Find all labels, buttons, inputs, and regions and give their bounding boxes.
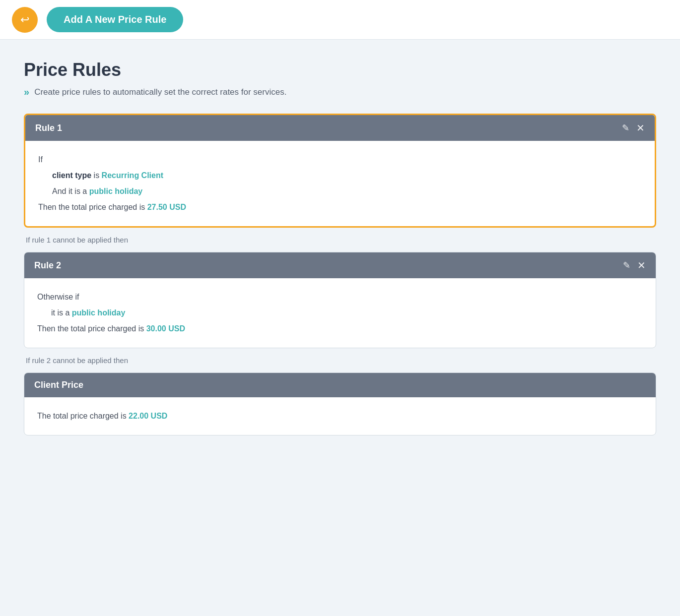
rule-2-then-value: 30.00 USD bbox=[146, 324, 185, 333]
rule-2-cond1-prefix: it is a bbox=[51, 308, 72, 317]
rule-1-body: If client type is Recurring Client And i… bbox=[25, 141, 655, 226]
rule-1-condition-2: And it is a public holiday bbox=[38, 184, 642, 199]
rule-1-cond2-value: public holiday bbox=[89, 187, 143, 195]
add-rule-button[interactable]: Add A New Price Rule bbox=[47, 7, 183, 32]
description-row: » Create price rules to automatically se… bbox=[24, 86, 656, 98]
rule-2-title: Rule 2 bbox=[34, 260, 61, 271]
rule-1-then-text: Then the total price charged is bbox=[38, 203, 147, 211]
rule-1-if-label: If bbox=[38, 152, 642, 168]
header-bar: ↩ Add A New Price Rule bbox=[0, 0, 680, 40]
client-price-body-value: 22.00 USD bbox=[129, 412, 167, 420]
rule-2-close-icon[interactable]: ✕ bbox=[637, 259, 646, 271]
client-price-title: Client Price bbox=[34, 380, 83, 390]
page-title: Price Rules bbox=[24, 60, 656, 80]
client-price-header: Client Price bbox=[24, 373, 656, 397]
rule-1-then: Then the total price charged is 27.50 US… bbox=[38, 199, 642, 215]
between-rule-2-default: If rule 2 cannot be applied then bbox=[24, 348, 656, 372]
rule-1-then-value: 27.50 USD bbox=[147, 203, 186, 211]
rule-1-close-icon[interactable]: ✕ bbox=[636, 122, 645, 134]
rule-1-cond1-value: Recurring Client bbox=[102, 171, 163, 180]
rule-1-title: Rule 1 bbox=[35, 123, 62, 133]
page-description: Create price rules to automatically set … bbox=[34, 87, 286, 97]
rule-card-1: Rule 1 ✎ ✕ If client type is Recurring C… bbox=[24, 114, 656, 228]
client-price-card: Client Price The total price charged is … bbox=[24, 372, 656, 435]
rule-1-cond2-prefix: And it is a bbox=[52, 187, 89, 195]
rule-2-actions: ✎ ✕ bbox=[623, 259, 646, 271]
rule-2-then-text: Then the total price charged is bbox=[37, 324, 146, 333]
rule-1-condition-1: client type is Recurring Client bbox=[38, 168, 642, 184]
rule-2-then: Then the total price charged is 30.00 US… bbox=[37, 321, 643, 337]
rule-1-header: Rule 1 ✎ ✕ bbox=[25, 115, 655, 141]
add-rule-button-label: Add A New Price Rule bbox=[64, 14, 166, 25]
rule-1-edit-icon[interactable]: ✎ bbox=[622, 123, 629, 133]
rule-2-if-label: Otherwise if bbox=[37, 289, 643, 305]
rule-2-body: Otherwise if it is a public holiday Then… bbox=[24, 278, 656, 348]
rule-2-cond1-value: public holiday bbox=[72, 308, 126, 317]
back-button[interactable]: ↩ bbox=[12, 7, 38, 33]
page-content: Price Rules » Create price rules to auto… bbox=[0, 40, 680, 455]
between-rule-1-2: If rule 1 cannot be applied then bbox=[24, 228, 656, 252]
rule-2-header: Rule 2 ✎ ✕ bbox=[24, 252, 656, 278]
client-price-body-text: The total price charged is bbox=[37, 412, 129, 420]
rule-2-condition-1: it is a public holiday bbox=[37, 305, 643, 321]
client-price-body: The total price charged is 22.00 USD bbox=[24, 397, 656, 435]
chevrons-icon: » bbox=[24, 86, 29, 98]
rule-1-cond1-is: is bbox=[94, 171, 102, 180]
rule-1-cond1-bold: client type bbox=[52, 171, 91, 180]
back-arrow-icon: ↩ bbox=[20, 14, 29, 25]
rule-1-actions: ✎ ✕ bbox=[622, 122, 645, 134]
rule-card-2: Rule 2 ✎ ✕ Otherwise if it is a public h… bbox=[24, 252, 656, 348]
rule-2-edit-icon[interactable]: ✎ bbox=[623, 260, 630, 271]
